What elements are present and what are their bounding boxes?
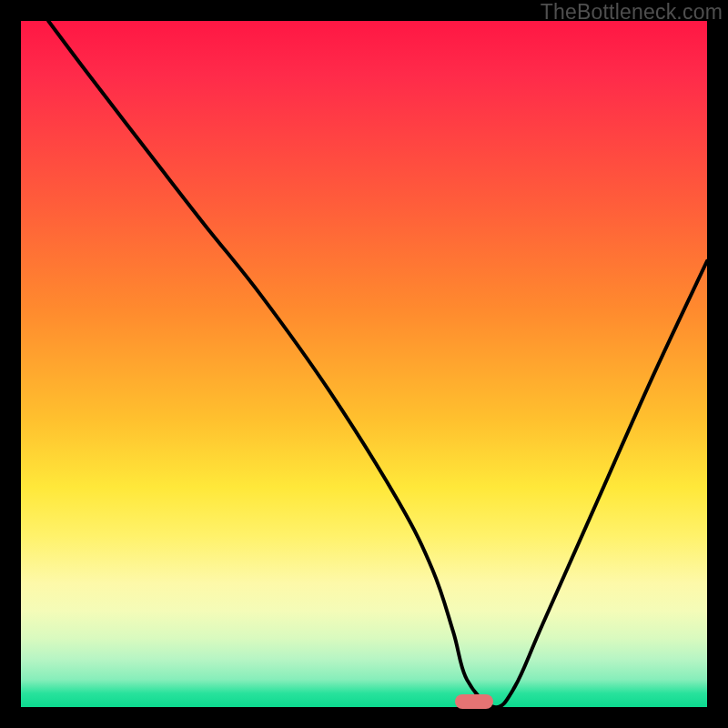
bottleneck-curve [21, 21, 707, 707]
chart-stage: TheBottleneck.com [0, 0, 728, 728]
plot-area [21, 21, 707, 707]
optimal-marker [455, 694, 493, 709]
